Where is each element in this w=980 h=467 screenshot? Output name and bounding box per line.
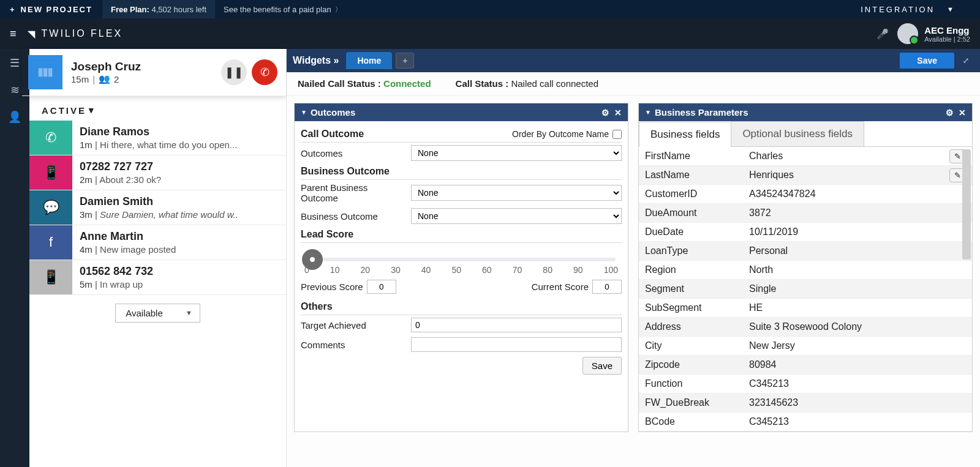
table-row: CustomerIDA34524347824 (639, 185, 972, 204)
widget-settings-icon[interactable]: ⚙ (601, 108, 609, 118)
table-row: CityNew Jersy (639, 337, 972, 356)
widget-bp-title: Business Parameters (655, 107, 748, 118)
scrollbar[interactable] (962, 149, 971, 260)
widget-settings-icon[interactable]: ⚙ (946, 108, 954, 118)
tab-optional-business-fields[interactable]: Optional business fields (731, 121, 864, 146)
widget-close-icon[interactable]: ✕ (614, 108, 622, 118)
nailed-status-label: Nailed Call Status : (298, 78, 381, 89)
task-title: Diane Ramos (80, 125, 279, 138)
table-row: Zipcode80984 (639, 356, 972, 375)
header-save-button[interactable]: Save (900, 53, 954, 69)
slider-knob[interactable] (302, 249, 323, 270)
task-title: Anne Martin (80, 230, 279, 243)
others-header: Others (301, 301, 333, 312)
comments-input[interactable] (411, 337, 622, 352)
widget-close-icon[interactable]: ✕ (959, 108, 966, 118)
call-status-value: Nailed call connected (511, 78, 598, 89)
add-tab-button[interactable]: + (396, 53, 414, 69)
left-rail: ☰ ≋ 👤 (0, 49, 29, 467)
expand-icon[interactable]: ⤢ (958, 56, 974, 65)
lead-score-slider[interactable] (307, 258, 616, 261)
task-list: ✆Diane Ramos1m | Hi there, what time do … (29, 121, 286, 295)
rail-queues-icon[interactable]: ☰ (10, 56, 20, 70)
field-value: Henriques (743, 166, 943, 185)
availability-value: Available (126, 308, 163, 318)
field-key: FW_DueBreak (639, 394, 743, 413)
chevron-right-icon: 〉 (335, 5, 342, 14)
availability-select[interactable]: Available (115, 304, 200, 323)
field-key: Function (639, 375, 743, 394)
tick: 40 (421, 265, 431, 275)
active-section-label[interactable]: ACTIVE ▾ (29, 96, 286, 121)
task-item[interactable]: 💬Damien Smith3m | Sure Damien, what time… (29, 190, 286, 225)
task-item[interactable]: ✆Diane Ramos1m | Hi there, what time do … (29, 121, 286, 155)
audio-wave-icon: ⦀⦀⦀ (28, 55, 62, 89)
task-line: 1m | Hi there, what time do you open... (80, 140, 279, 150)
active-call-card[interactable]: ⦀⦀⦀ Joseph Cruz 15m | 👥 2 ❚❚ ✆ (22, 49, 286, 96)
call-outcome-header: Call Outcome (301, 129, 364, 140)
nailed-status-value: Connected (383, 78, 431, 89)
order-by-checkbox[interactable] (612, 130, 622, 139)
task-item[interactable]: fAnne Martin4m | New image posted (29, 225, 286, 260)
table-row: SubSegmentHE (639, 299, 972, 318)
previous-score-input[interactable] (367, 280, 396, 294)
rail-layers-icon[interactable]: ≋ (10, 83, 20, 97)
chevron-down-icon: ▾ (89, 105, 96, 116)
task-item[interactable]: 📱07282 727 7272m | About 2:30 ok? (29, 155, 286, 190)
field-value: North (743, 261, 943, 280)
tab-home[interactable]: Home (346, 52, 392, 69)
outcomes-select[interactable]: None (411, 145, 622, 161)
table-row: FunctionC345213 (639, 375, 972, 394)
new-project-label: NEW PROJECT (21, 5, 92, 14)
field-value: Personal (743, 242, 943, 261)
parent-business-outcome-select[interactable]: None (411, 185, 622, 201)
outcomes-save-button[interactable]: Save (582, 357, 622, 375)
user-status: Available | 2:52 (924, 35, 970, 43)
business-outcome-header: Business Outcome (301, 166, 390, 177)
table-row: RegionNorth (639, 261, 972, 280)
hangup-button[interactable]: ✆ (252, 59, 277, 85)
task-channel-icon: 📱 (29, 155, 72, 190)
table-row: SegmentSingle (639, 280, 972, 299)
call-status-label: Call Status : (456, 78, 509, 89)
chevron-down-icon: ▼ (947, 6, 956, 13)
integration-menu[interactable]: INTEGRATION ▼ (836, 5, 980, 14)
active-call-participants: 2 (114, 74, 119, 84)
hamburger-icon[interactable]: ≡ (10, 28, 17, 40)
collapse-icon[interactable]: ▼ (301, 109, 307, 116)
pause-button[interactable]: ❚❚ (221, 59, 247, 85)
current-score-label: Current Score (532, 282, 589, 292)
collapse-icon[interactable]: ▼ (645, 109, 651, 116)
new-project-button[interactable]: + NEW PROJECT (0, 5, 102, 14)
task-channel-icon: 💬 (29, 190, 72, 225)
task-line: 5m | In wrap up (80, 279, 279, 290)
field-key: DueAmount (639, 204, 743, 223)
user-info[interactable]: AEC Engg Available | 2:52 (924, 25, 970, 43)
task-channel-icon: 📱 (29, 260, 72, 294)
microphone-icon[interactable]: 🎤 (876, 28, 889, 40)
plan-info[interactable]: Free Plan: 4,502 hours left (102, 0, 215, 18)
field-value: C345213 (743, 375, 943, 394)
field-key: Address (639, 318, 743, 337)
plan-prefix: Free Plan: (111, 5, 149, 14)
benefits-link[interactable]: See the benefits of a paid plan 〉 (215, 0, 350, 18)
target-achieved-input[interactable] (411, 318, 622, 332)
content-area: Widgets » Home + Save ⤢ Nailed Call Stat… (287, 49, 980, 467)
rail-contacts-icon[interactable]: 👤 (8, 110, 21, 124)
task-line: 2m | About 2:30 ok? (80, 174, 279, 185)
field-key: Segment (639, 280, 743, 299)
tab-business-fields[interactable]: Business fields (639, 122, 731, 147)
field-value: Single (743, 280, 943, 299)
task-item[interactable]: 📱01562 842 7325m | In wrap up (29, 260, 286, 295)
order-by-label: Order By Outcome Name (512, 129, 609, 139)
slider-ticks: 0102030405060708090100 (302, 265, 620, 275)
current-score-input[interactable] (592, 280, 622, 294)
business-outcome-select[interactable]: None (411, 208, 622, 224)
bp-scroll[interactable]: FirstNameCharles✎LastNameHenriques✎Custo… (639, 147, 972, 432)
table-row: LoanTypePersonal (639, 242, 972, 261)
field-key: BCode (639, 413, 743, 432)
active-call-meta: 15m | 👥 2 (71, 73, 216, 84)
avatar[interactable] (897, 23, 918, 44)
widget-outcomes-title: Outcomes (311, 107, 355, 118)
tick: 20 (361, 265, 371, 275)
